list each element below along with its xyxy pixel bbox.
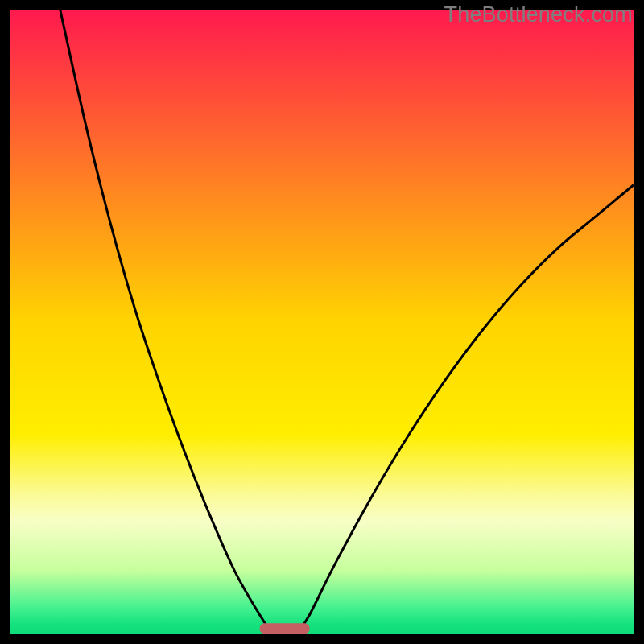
chart-svg: [10, 10, 634, 634]
chart-frame: [10, 10, 634, 634]
chart-background: [10, 10, 634, 634]
optimal-range-marker: [260, 623, 310, 634]
watermark-text: TheBottleneck.com: [444, 2, 633, 27]
